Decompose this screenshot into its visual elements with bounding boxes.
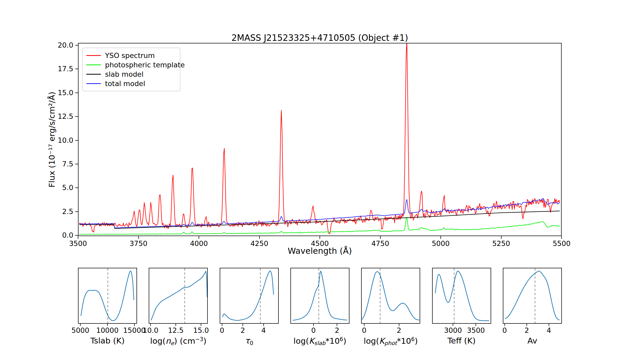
y-tick-label: 0.0 [48, 231, 73, 239]
posterior-chart-Tslab [79, 268, 136, 323]
x-tick-label: 5500 [543, 239, 580, 248]
panel-tick-mark [176, 324, 176, 326]
legend-item-0: YSO spectrum [86, 51, 176, 60]
panel-tick-mark [549, 324, 549, 326]
panel-tick-mark [364, 324, 365, 326]
x-tick-mark [320, 236, 320, 239]
panel-xlabel-segment: 6 [411, 336, 414, 342]
posterior-chart-Teff [433, 268, 491, 323]
panel-tick-mark [150, 324, 151, 326]
panel-xlabel-log_ne: log(ne) (cm−3) [149, 336, 208, 346]
photospheric-template-line [79, 217, 560, 234]
panel-tick-mark [134, 324, 135, 326]
y-tick-label: 15.0 [48, 89, 73, 97]
panel-xlabel-segment: *10 [397, 336, 411, 346]
legend-line-swatch [86, 83, 101, 84]
x-tick-label: 5000 [422, 239, 459, 248]
panel-tick-label: 0 [349, 326, 380, 334]
x-tick-mark [199, 236, 199, 239]
posterior-panel-log_Kphot [361, 268, 420, 324]
posterior-chart-log_Kslab [291, 268, 349, 323]
posterior-panel-Tslab [78, 268, 137, 324]
posterior-chart-Av [503, 268, 561, 323]
panel-xlabel-tau0: τ0 [220, 336, 279, 346]
panel-xlabel-Av: Av [503, 336, 562, 345]
posterior-panel-Teff [432, 268, 491, 324]
panel-xlabel-segment: ) [203, 336, 206, 346]
panel-tick-label: 3500 [460, 326, 491, 334]
posterior-chart-tau0 [220, 268, 278, 323]
panel-tick-mark [313, 324, 314, 326]
posterior-curve [362, 272, 419, 320]
panel-xlabel-segment: −3 [195, 336, 203, 342]
panel-xlabel-segment: e [171, 340, 174, 346]
panel-tick-mark [222, 324, 222, 326]
panel-tick-mark [243, 324, 243, 326]
y-tick-mark [75, 116, 78, 117]
legend-label: total model [105, 80, 145, 88]
panel-tick-mark [337, 324, 337, 326]
panel-tick-label: 2 [384, 326, 415, 334]
panel-xlabel-segment: log( [294, 336, 309, 346]
panel-xlabel-segment: *10 [326, 336, 340, 346]
figure-canvas: 2MASS J21523325+4710505 (Object #1) Flux… [0, 0, 624, 364]
legend-item-1: photospheric template [86, 60, 176, 69]
y-tick-label: 10.0 [48, 136, 73, 144]
panel-xlabel-Tslab: Tslab (K) [78, 336, 137, 345]
x-tick-label: 4250 [241, 239, 278, 248]
y-tick-mark [75, 93, 78, 93]
posterior-curve [81, 271, 134, 321]
posterior-curve [151, 271, 207, 320]
y-tick-label: 2.5 [48, 207, 73, 216]
x-tick-label: 4000 [181, 239, 217, 248]
y-tick-label: 7.5 [48, 160, 73, 168]
x-tick-mark [440, 236, 441, 239]
legend-item-2: slab model [86, 69, 176, 79]
panel-xlabel-segment: K [309, 336, 314, 346]
panel-xlabel-log_Kslab: log(Kslab*106) [290, 336, 349, 346]
legend-label: YSO spectrum [105, 51, 155, 60]
posterior-curve [435, 271, 489, 321]
x-tick-label: 5250 [483, 239, 519, 248]
legend-label: slab model [105, 70, 144, 78]
panel-xlabel-Teff: Teff (K) [432, 336, 491, 345]
legend-line-swatch [86, 74, 101, 75]
panel-xlabel-segment: phot [384, 340, 397, 346]
panel-xlabel-segment: n [166, 336, 171, 346]
posterior-panel-log_Kslab [290, 268, 349, 324]
panel-xlabel-segment: Tslab (K) [90, 336, 125, 345]
y-tick-mark [75, 235, 78, 236]
x-tick-mark [501, 236, 502, 239]
posterior-panel-log_ne [149, 268, 208, 324]
panel-tick-mark [526, 324, 527, 326]
panel-tick-mark [263, 324, 264, 326]
x-tick-mark [138, 236, 139, 239]
panel-tick-mark [80, 324, 81, 326]
panel-xlabel-segment: ) (cm [174, 336, 195, 346]
panel-xlabel-segment: log( [364, 336, 379, 346]
posterior-curve [505, 271, 560, 320]
panel-xlabel-segment: 0 [250, 340, 253, 346]
panel-xlabel-segment: τ [245, 336, 250, 345]
y-tick-mark [75, 187, 78, 188]
panel-tick-label: 2 [321, 326, 353, 334]
panel-tick-mark [476, 324, 476, 326]
posterior-chart-log_Kphot [362, 268, 420, 323]
panel-tick-mark [504, 324, 505, 326]
y-tick-mark [75, 69, 78, 69]
x-tick-mark [259, 236, 260, 239]
y-tick-mark [75, 164, 78, 164]
legend: YSO spectrumphotospheric templateslab mo… [82, 48, 180, 91]
panel-xlabel-segment: 6 [340, 336, 343, 342]
x-tick-label: 3500 [60, 239, 96, 248]
panel-tick-mark [201, 324, 201, 326]
panel-tick-mark [399, 324, 399, 326]
x-tick-mark [78, 236, 78, 239]
legend-label: photospheric template [105, 61, 185, 69]
y-tick-mark [75, 211, 78, 212]
y-tick-mark [75, 140, 78, 141]
panel-xlabel-segment: ) [415, 336, 418, 346]
legend-item-3: total model [86, 79, 176, 88]
panel-xlabel-segment: ) [343, 336, 346, 346]
main-plot-area: YSO spectrumphotospheric templateslab mo… [78, 43, 562, 236]
